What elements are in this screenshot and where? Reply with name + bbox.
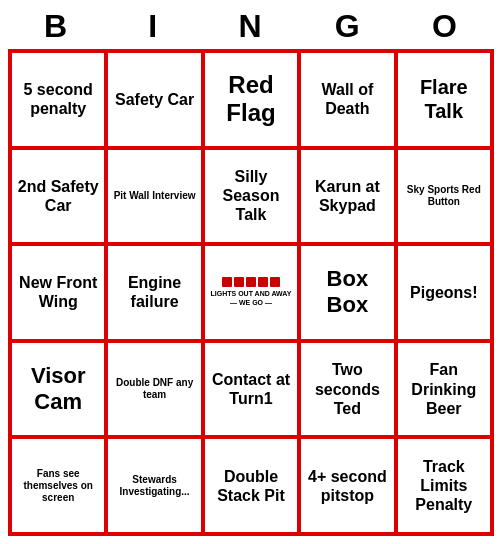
cell-17[interactable]: Contact at Turn1 [203, 341, 299, 438]
cell-14[interactable]: Pigeons! [396, 244, 492, 341]
cell-11[interactable]: Engine failure [106, 244, 202, 341]
cell-16[interactable]: Double DNF any team [106, 341, 202, 438]
cell-22[interactable]: Double Stack Pit [203, 437, 299, 534]
cell-7[interactable]: Silly Season Talk [203, 148, 299, 245]
title-g: G [304, 8, 392, 45]
title-i: I [110, 8, 198, 45]
cell-5[interactable]: 2nd Safety Car [10, 148, 106, 245]
bingo-grid: 5 second penalty Safety Car Red Flag Wal… [8, 49, 494, 536]
cell-0[interactable]: 5 second penalty [10, 51, 106, 148]
cell-8[interactable]: Karun at Skypad [299, 148, 395, 245]
cell-15[interactable]: Visor Cam [10, 341, 106, 438]
cell-18[interactable]: Two seconds Ted [299, 341, 395, 438]
cell-24[interactable]: Track Limits Penalty [396, 437, 492, 534]
cell-10[interactable]: New Front Wing [10, 244, 106, 341]
cell-3[interactable]: Wall of Death [299, 51, 395, 148]
cell-13[interactable]: Box Box [299, 244, 395, 341]
cell-12-free: LIGHTS OUT AND AWAY — WE GO — [203, 244, 299, 341]
cell-21[interactable]: Stewards Investigating... [106, 437, 202, 534]
free-space-text2: — WE GO — [230, 298, 272, 307]
cell-20[interactable]: Fans see themselves on screen [10, 437, 106, 534]
cell-9[interactable]: Sky Sports Red Button [396, 148, 492, 245]
cell-2[interactable]: Red Flag [203, 51, 299, 148]
free-space-graphic: LIGHTS OUT AND AWAY — WE GO — [211, 277, 292, 307]
cell-23[interactable]: 4+ second pitstop [299, 437, 395, 534]
cell-19[interactable]: Fan Drinking Beer [396, 341, 492, 438]
title-n: N [207, 8, 295, 45]
bingo-title: B I N G O [8, 8, 494, 45]
title-o: O [401, 8, 489, 45]
cell-6[interactable]: Pit Wall Interview [106, 148, 202, 245]
cell-4[interactable]: Flare Talk [396, 51, 492, 148]
free-space-text1: LIGHTS OUT AND AWAY [211, 289, 292, 298]
cell-1[interactable]: Safety Car [106, 51, 202, 148]
title-b: B [13, 8, 101, 45]
